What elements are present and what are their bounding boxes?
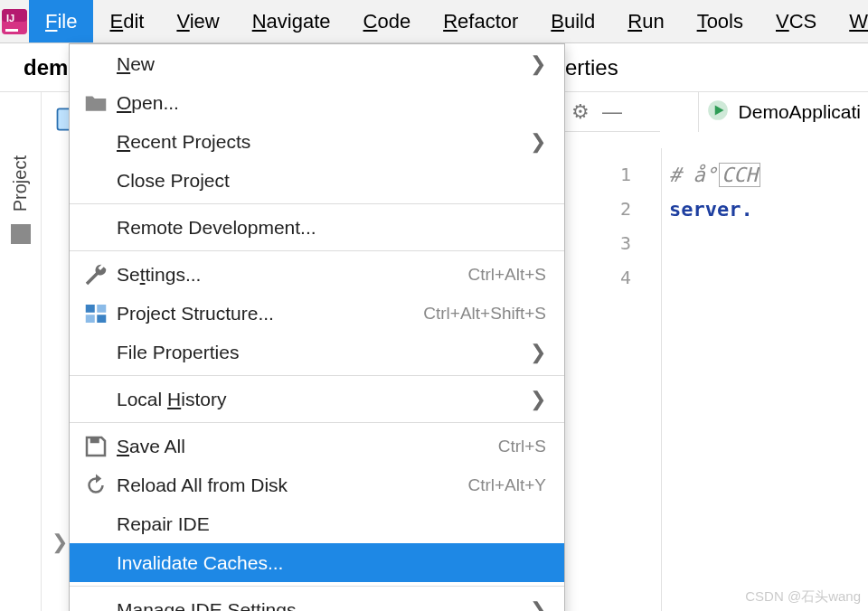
tab-toolbar bbox=[564, 92, 660, 132]
editor-tab-label: DemoApplicati bbox=[739, 101, 861, 123]
menu-item-label: Save All bbox=[117, 436, 498, 457]
line-number: 3 bbox=[564, 226, 662, 260]
proj-icon bbox=[82, 300, 109, 327]
menu-shortcut: Ctrl+S bbox=[498, 437, 546, 456]
file-menu-dropdown: New❯Open...Recent Projects❯Close Project… bbox=[69, 43, 565, 611]
menubar-item-code[interactable]: Code bbox=[347, 0, 428, 42]
svg-text:IJ: IJ bbox=[6, 13, 14, 24]
file-menu-remote-development[interactable]: Remote Development... bbox=[70, 208, 564, 247]
menu-item-label: Open... bbox=[117, 92, 546, 114]
menubar-item-run[interactable]: Run bbox=[611, 0, 680, 42]
submenu-arrow-icon: ❯ bbox=[515, 52, 546, 76]
file-menu-repair-ide[interactable]: Repair IDE bbox=[70, 504, 564, 543]
submenu-arrow-icon: ❯ bbox=[515, 341, 546, 364]
menu-separator bbox=[70, 375, 564, 376]
menu-item-label: Repair IDE bbox=[117, 513, 546, 535]
wrench-icon bbox=[82, 261, 109, 288]
menu-separator bbox=[70, 250, 564, 251]
editor-line-1: # å° CCH bbox=[662, 157, 868, 192]
file-menu-save-all[interactable]: Save AllCtrl+S bbox=[70, 427, 564, 465]
editor-tab-demoapplication[interactable]: DemoApplicati bbox=[698, 92, 868, 132]
submenu-arrow-icon: ❯ bbox=[515, 130, 546, 154]
menu-separator bbox=[70, 203, 564, 204]
file-menu-close-project[interactable]: Close Project bbox=[70, 161, 564, 200]
menu-item-label: Remote Development... bbox=[117, 217, 546, 239]
menubar-item-navigate[interactable]: Navigate bbox=[236, 0, 347, 42]
submenu-arrow-icon: ❯ bbox=[515, 388, 546, 411]
line-number: 2 bbox=[564, 192, 662, 226]
spring-run-icon bbox=[706, 99, 730, 127]
watermark: CSDN @石头wang bbox=[745, 588, 861, 606]
line-number: 1 bbox=[564, 157, 662, 192]
breadcrumb-left: dem bbox=[24, 55, 68, 80]
menubar-item-tools[interactable]: Tools bbox=[681, 0, 760, 42]
menu-shortcut: Ctrl+Alt+Y bbox=[467, 475, 546, 495]
file-menu-open[interactable]: Open... bbox=[70, 83, 564, 122]
save-icon bbox=[82, 433, 109, 460]
menu-item-label: Invalidate Caches... bbox=[117, 552, 546, 574]
editor-line-4 bbox=[662, 260, 868, 295]
svg-rect-7 bbox=[86, 315, 95, 323]
menu-item-label: Project Structure... bbox=[117, 303, 423, 324]
editor-line-2: server. bbox=[662, 192, 868, 226]
menubar-item-build[interactable]: Build bbox=[534, 0, 611, 42]
submenu-arrow-icon: ❯ bbox=[515, 598, 546, 612]
menubar-item-file[interactable]: File bbox=[29, 0, 93, 42]
app-logo-icon: IJ bbox=[0, 0, 29, 42]
menu-item-label: Reload All from Disk bbox=[117, 475, 467, 496]
menubar: IJ FileEditViewNavigateCodeRefactorBuild… bbox=[0, 0, 868, 43]
svg-rect-6 bbox=[97, 305, 106, 313]
menubar-item-view[interactable]: View bbox=[160, 0, 235, 42]
hide-icon[interactable] bbox=[602, 100, 622, 124]
tool-window-project-label[interactable]: Project bbox=[10, 155, 31, 212]
comment-text: # å° bbox=[669, 164, 717, 186]
file-menu-file-properties[interactable]: File Properties❯ bbox=[70, 333, 564, 371]
gear-icon[interactable] bbox=[571, 100, 590, 124]
line-number: 4 bbox=[564, 260, 662, 295]
menubar-item-vcs[interactable]: VCS bbox=[760, 0, 833, 42]
file-menu-recent-projects[interactable]: Recent Projects❯ bbox=[70, 122, 564, 161]
reload-icon bbox=[82, 472, 109, 499]
svg-rect-9 bbox=[90, 437, 99, 443]
menu-item-label: New bbox=[117, 53, 515, 75]
editor-line-3 bbox=[662, 226, 868, 260]
file-menu-local-history[interactable]: Local History❯ bbox=[70, 380, 564, 418]
menu-item-label: Recent Projects bbox=[117, 131, 515, 153]
property-key: server. bbox=[669, 198, 753, 221]
project-toolwindow-icon[interactable] bbox=[11, 224, 31, 244]
menu-item-label: Close Project bbox=[117, 170, 546, 192]
svg-rect-8 bbox=[97, 315, 106, 323]
menu-item-label: Manage IDE Settings bbox=[117, 599, 515, 612]
folder-icon bbox=[82, 89, 109, 117]
file-menu-manage-ide-settings[interactable]: Manage IDE Settings❯ bbox=[70, 590, 564, 611]
editor-gutter: 1234 bbox=[564, 148, 662, 611]
menu-item-label: File Properties bbox=[117, 342, 515, 363]
editor-content[interactable]: # å° CCH server. bbox=[661, 148, 868, 611]
file-menu-project-structure[interactable]: Project Structure...Ctrl+Alt+Shift+S bbox=[70, 294, 564, 333]
menu-item-label: Settings... bbox=[117, 264, 467, 286]
menubar-item-w[interactable]: W bbox=[833, 0, 868, 42]
right-editor-area: DemoApplicati 1234 # å° CCH server. bbox=[563, 43, 868, 611]
menu-shortcut: Ctrl+Alt+Shift+S bbox=[423, 304, 546, 324]
file-menu-settings[interactable]: Settings...Ctrl+Alt+S bbox=[70, 255, 564, 294]
svg-rect-3 bbox=[5, 29, 18, 32]
menu-shortcut: Ctrl+Alt+S bbox=[467, 265, 546, 285]
comment-box: CCH bbox=[719, 163, 760, 187]
file-menu-new[interactable]: New❯ bbox=[70, 44, 564, 83]
menubar-item-edit[interactable]: Edit bbox=[93, 0, 160, 42]
menubar-item-refactor[interactable]: Refactor bbox=[427, 0, 534, 42]
menu-separator bbox=[70, 422, 564, 423]
menu-separator bbox=[70, 586, 564, 587]
left-toolstrip: Project bbox=[0, 92, 42, 611]
menu-item-label: Local History bbox=[117, 389, 515, 410]
file-menu-reload-all-from-disk[interactable]: Reload All from DiskCtrl+Alt+Y bbox=[70, 465, 564, 504]
svg-rect-5 bbox=[86, 305, 95, 313]
file-menu-invalidate-caches[interactable]: Invalidate Caches... bbox=[70, 543, 564, 582]
